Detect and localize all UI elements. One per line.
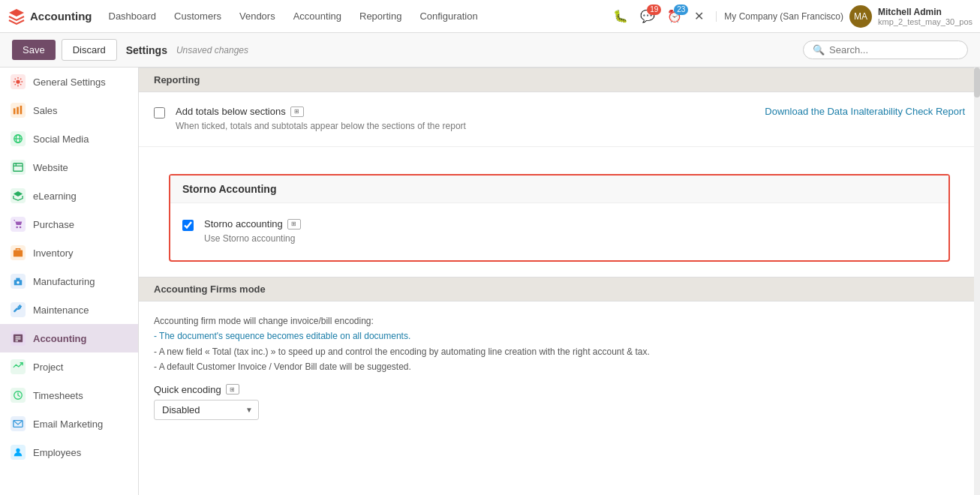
svg-rect-14 [16,278,20,281]
employees-icon [11,445,26,460]
quick-encoding-label: Quick encoding ⊞ [154,384,965,395]
inventory-icon [11,245,26,260]
add-totals-content: Add totals below sections ⊞ When ticked,… [176,106,750,133]
firms-desc-line4: - A default Customer Invoice / Vendor Bi… [154,359,965,374]
sidebar-item-social-media[interactable]: Social Media [0,124,138,153]
quick-encoding-enterprise-icon: ⊞ [226,384,239,394]
avatar[interactable]: MA [849,5,872,28]
nav-icons: 🐛 💬 19 ⏰ 23 ✕ My Company (San Francisco)… [610,5,972,28]
sidebar-item-inventory[interactable]: Inventory [0,238,138,267]
discard-button[interactable]: Discard [62,39,117,61]
clock-icon-btn[interactable]: ⏰ 23 [664,6,685,26]
nav-configuration[interactable]: Configuration [412,8,485,25]
layout: General Settings Sales Social Media Webs… [0,68,980,495]
bug-icon-btn[interactable]: 🐛 [610,6,631,26]
sidebar-item-manufacturing[interactable]: Manufacturing [0,267,138,296]
sidebar-item-purchase[interactable]: Purchase [0,210,138,238]
add-totals-action: Download the Data Inalterability Check R… [750,106,965,117]
svg-point-22 [16,448,20,452]
chat-badge: 19 [647,4,661,15]
user-sub: kmp_2_test_may_30_pos [878,17,972,26]
sidebar-item-elearning[interactable]: eLearning [0,182,138,210]
storno-title: Storno accounting ⊞ [204,218,936,230]
sidebar-item-project[interactable]: Project [0,352,138,381]
storno-check-wrapper [182,220,194,233]
reporting-section-header: Reporting [139,68,980,92]
storno-body: Storno accounting ⊞ Use Storno accountin… [170,203,948,260]
sidebar-label-manufacturing: Manufacturing [33,276,95,287]
storno-enterprise-icon: ⊞ [287,219,301,230]
add-totals-check-wrapper [154,107,165,121]
sidebar-item-general-settings[interactable]: General Settings [0,68,138,96]
sidebar-label-general-settings: General Settings [33,76,106,88]
manufacturing-icon [11,274,26,289]
accounting-icon [11,331,26,346]
nav-accounting[interactable]: Accounting [286,8,349,25]
firms-desc-line1: Accounting firm mode will change invoice… [154,314,965,328]
sidebar-label-accounting: Accounting [33,333,87,344]
add-totals-desc: When ticked, totals and subtotals appear… [176,119,491,133]
firms-description: Accounting firm mode will change invoice… [154,314,965,375]
nav-reporting[interactable]: Reporting [352,8,409,25]
quick-encoding-section: Quick encoding ⊞ Disabled Enabled ▼ [154,384,965,420]
storno-checkbox[interactable] [182,220,194,231]
project-icon [11,359,26,374]
svg-rect-1 [14,108,16,114]
close-icon-btn[interactable]: ✕ [691,6,707,26]
settings-title: Settings [126,44,167,56]
firms-desc-line3: - A new field « Total (tax inc.) » to sp… [154,344,965,359]
storno-wrapper: Storno Accounting Storno accounting ⊞ Us… [139,147,980,262]
sidebar-label-website: Website [33,162,68,173]
sidebar-label-maintenance: Maintenance [33,304,89,316]
toolbar: Save Discard Settings Unsaved changes 🔍 [0,33,980,68]
firms-section-title: Accounting Firms mode [154,284,266,295]
storno-section-header: Storno Accounting [170,176,948,203]
unsaved-indicator: Unsaved changes [176,45,248,56]
user-info: Mitchell Admin kmp_2_test_may_30_pos [878,7,972,26]
sidebar-item-employees[interactable]: Employees [0,438,138,466]
sidebar-label-elearning: eLearning [33,190,77,202]
svg-rect-12 [14,250,23,257]
email-marketing-icon [11,416,26,431]
svg-point-15 [17,281,20,284]
top-nav: Accounting Dashboard Customers Vendors A… [0,0,980,33]
company-name: My Company (San Francisco) [724,11,843,22]
nav-dashboard[interactable]: Dashboard [101,8,164,25]
sidebar-item-maintenance[interactable]: Maintenance [0,296,138,324]
sidebar-item-sales[interactable]: Sales [0,96,138,124]
search-input[interactable] [829,44,958,56]
nav-customers[interactable]: Customers [167,8,229,25]
sidebar-label-timesheets: Timesheets [33,390,83,401]
storno-desc: Use Storno accounting [204,232,519,245]
svg-point-11 [20,226,22,229]
search-bar[interactable]: 🔍 [803,40,968,59]
add-totals-checkbox[interactable] [154,107,165,118]
chat-icon-btn[interactable]: 💬 19 [637,6,658,26]
website-icon [11,160,26,175]
brand[interactable]: Accounting [8,8,92,26]
download-link[interactable]: Download the Data Inalterability Check R… [765,106,965,117]
sidebar-item-website[interactable]: Website [0,153,138,182]
company-info: My Company (San Francisco) [716,11,843,22]
quick-encoding-select-wrapper: Disabled Enabled ▼ [154,400,259,420]
svg-rect-2 [17,107,19,115]
sidebar-label-project: Project [33,362,63,373]
scrollbar-thumb[interactable] [974,68,980,98]
general-settings-icon [11,74,26,89]
brand-icon [8,8,26,26]
enterprise-icon: ⊞ [290,106,304,117]
sidebar-label-sales: Sales [33,105,58,116]
scrollbar-track [974,68,980,495]
quick-encoding-select[interactable]: Disabled Enabled [154,400,259,420]
add-totals-title: Add totals below sections ⊞ [176,106,750,117]
sidebar-item-accounting[interactable]: Accounting [0,324,138,352]
nav-vendors[interactable]: Vendors [232,8,283,25]
svg-rect-3 [20,106,23,114]
add-totals-row: Add totals below sections ⊞ When ticked,… [139,92,980,147]
sidebar-item-email-marketing[interactable]: Email Marketing [0,410,138,438]
svg-rect-7 [14,164,23,172]
sidebar-label-inventory: Inventory [33,248,73,259]
reporting-section-title: Reporting [154,74,200,86]
sidebar-item-timesheets[interactable]: Timesheets [0,381,138,410]
save-button[interactable]: Save [12,40,56,60]
